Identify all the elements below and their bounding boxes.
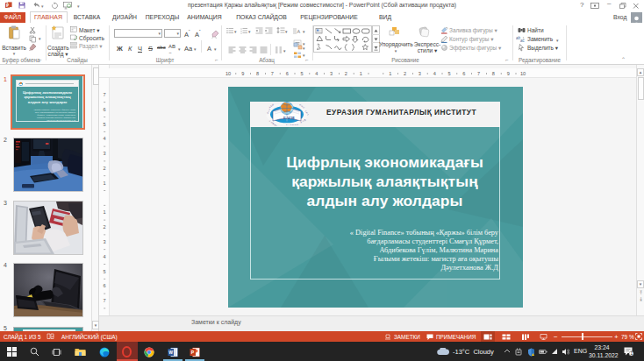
- svg-text:1: 1: [103, 209, 105, 215]
- svg-text:1: 1: [389, 71, 391, 76]
- svg-text:6: 6: [103, 106, 105, 111]
- svg-text:5: 5: [103, 268, 105, 273]
- svg-text:3: 3: [330, 71, 333, 76]
- svg-text:2: 2: [103, 224, 105, 230]
- svg-text:6: 6: [462, 71, 465, 76]
- svg-text:ЕАГИ: ЕАГИ: [283, 116, 295, 120]
- svg-text:ac: ac: [520, 39, 526, 43]
- svg-text:5: 5: [300, 71, 303, 76]
- svg-text:2: 2: [103, 165, 105, 170]
- svg-text:10: 10: [520, 71, 526, 76]
- svg-text:7: 7: [103, 91, 105, 96]
- svg-text:1: 1: [360, 71, 362, 76]
- svg-text:5: 5: [103, 121, 105, 126]
- svg-text:10: 10: [225, 71, 231, 76]
- svg-text:7: 7: [103, 298, 105, 303]
- svg-text:2: 2: [345, 71, 347, 76]
- svg-text:1: 1: [103, 180, 105, 185]
- svg-text:6: 6: [286, 71, 289, 76]
- svg-text:4: 4: [315, 71, 318, 76]
- svg-text:3: 3: [419, 71, 421, 76]
- svg-text:7: 7: [477, 71, 480, 76]
- svg-text:4: 4: [433, 71, 436, 76]
- svg-text:3: 3: [103, 238, 105, 244]
- svg-text:Т·А·Р·Л·Ы·Қ: Т·А·Р·Л·Ы·Қ: [286, 124, 298, 126]
- svg-text:3: 3: [103, 151, 105, 156]
- svg-text:8: 8: [492, 71, 495, 76]
- svg-text:8: 8: [256, 71, 259, 76]
- svg-text:7: 7: [271, 71, 274, 76]
- svg-text:А: А: [297, 29, 301, 34]
- svg-text:9: 9: [241, 71, 244, 76]
- svg-text:9: 9: [507, 71, 510, 76]
- svg-text:5: 5: [447, 71, 450, 76]
- svg-text:W: W: [168, 350, 173, 355]
- svg-text:6: 6: [103, 283, 105, 288]
- svg-text:4: 4: [103, 136, 105, 141]
- svg-text:2: 2: [404, 71, 406, 76]
- svg-text:4: 4: [103, 253, 105, 258]
